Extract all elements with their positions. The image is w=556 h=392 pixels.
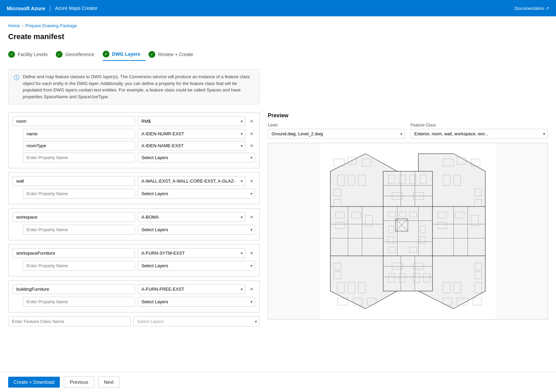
- prop-empty-layers-wrap-wall: Select Layers: [138, 189, 255, 199]
- feature-class-room: RM$ × A-IDEN-NUMR-EXST ×: [8, 113, 260, 168]
- prop-empty-row-room: Select Layers: [13, 153, 255, 163]
- step-review-create-label: Review + Create: [158, 52, 193, 57]
- prop-name-layers-select[interactable]: A-IDEN-NUMR-EXST: [138, 129, 245, 139]
- prop-name-layers-wrap: A-IDEN-NUMR-EXST: [138, 129, 245, 139]
- preview-feature-class-group: Feature Class Exterior, room, wall, work…: [411, 123, 548, 139]
- prop-roomtype-close-btn[interactable]: ×: [248, 142, 255, 150]
- fc-wall-properties: Select Layers: [13, 189, 255, 199]
- feature-class-buildingfurniture: A-FURN-FREE-EXST × Select Layers: [8, 280, 260, 312]
- prop-empty-name-input-workspace[interactable]: [23, 225, 135, 235]
- brand-name: Microsoft Azure: [7, 5, 45, 11]
- fc-room-layers-select-wrap: RM$: [138, 116, 245, 126]
- next-button[interactable]: Next: [98, 376, 120, 388]
- preview-level-select[interactable]: Ground.dwg, Level_2.dwg: [268, 129, 405, 139]
- step-dwg-layers[interactable]: ✓ DWG Layers: [103, 48, 146, 61]
- floor-plan-svg: [268, 143, 548, 319]
- fc-workspacefurniture-name-input[interactable]: [13, 248, 135, 258]
- prop-roomtype-layers-select[interactable]: A-IDEN-NAME-EXST: [138, 141, 245, 151]
- breadcrumb-separator: ›: [22, 23, 23, 28]
- prop-empty-layers-select-wf[interactable]: Select Layers: [138, 261, 255, 271]
- fc-workspace-layers-select[interactable]: A-BOMA: [138, 212, 245, 222]
- preview-selects: Level Ground.dwg, Level_2.dwg Feature Cl…: [268, 123, 548, 139]
- fc-workspace-name-input[interactable]: [13, 212, 135, 222]
- preview-feature-class-label: Feature Class: [411, 123, 548, 127]
- fc-buildingfurniture-layers-select[interactable]: A-FURN-FREE-EXST: [138, 284, 245, 294]
- prop-empty-name-input-wf[interactable]: [23, 261, 135, 271]
- prop-empty-layers-select-wall[interactable]: Select Layers: [138, 189, 255, 199]
- prop-empty-layers-select-bf[interactable]: Select Layers: [138, 297, 255, 307]
- fc-workspacefurniture-layers-select[interactable]: A-FURN-SYTM-EXST: [138, 248, 245, 258]
- prop-empty-layers-wrap-room: Select Layers: [138, 153, 255, 163]
- feature-class-wall: A-WALL-EXST, A-WALL-CORE-EXST, A-GLAZ-SI…: [8, 172, 260, 204]
- page-title: Create manifest: [8, 32, 548, 41]
- steps-nav: ✓ Facility Levels ✓ Georeference ✓ DWG L…: [8, 48, 548, 61]
- preview-level-select-wrap: Ground.dwg, Level_2.dwg: [268, 129, 405, 139]
- fc-wall-name-input[interactable]: [13, 176, 135, 186]
- prop-roomtype-input[interactable]: [23, 141, 135, 151]
- fc-room-close-btn[interactable]: ×: [248, 118, 255, 125]
- app-name: Azure Maps Creator: [55, 5, 98, 11]
- prop-empty-row-wall: Select Layers: [13, 189, 255, 199]
- fc-buildingfurniture-close-btn[interactable]: ×: [248, 286, 255, 293]
- fc-buildingfurniture-name-input[interactable]: [13, 284, 135, 294]
- step-review-create-icon: ✓: [149, 51, 155, 58]
- right-panel: Preview Level Ground.dwg, Level_2.dwg Fe…: [268, 113, 548, 330]
- previous-button[interactable]: Previous: [64, 376, 94, 388]
- prop-roomtype-row: A-IDEN-NAME-EXST ×: [13, 141, 255, 151]
- fc-room-header-row: RM$ ×: [13, 116, 255, 126]
- info-icon: ⓘ: [14, 74, 19, 100]
- footer: Create + Download Previous Next: [0, 372, 556, 392]
- step-facility-levels[interactable]: ✓ Facility Levels: [8, 48, 53, 61]
- svg-rect-9: [433, 206, 485, 256]
- fc-room-layers-select[interactable]: RM$: [138, 116, 245, 126]
- prop-empty-layers-wrap-workspace: Select Layers: [138, 225, 255, 235]
- empty-feature-class-layers-select[interactable]: Select Layers: [133, 317, 260, 326]
- prop-empty-name-input-wall[interactable]: [23, 189, 135, 199]
- empty-feature-class-row: Select Layers: [8, 317, 260, 326]
- prop-empty-row-bf: Select Layers: [13, 297, 255, 307]
- step-review-create[interactable]: ✓ Review + Create: [149, 48, 199, 61]
- preview-feature-class-select[interactable]: Exterior, room, wall, workspace, wor...: [411, 129, 548, 139]
- prop-empty-name-input-room[interactable]: [23, 153, 135, 163]
- preview-title: Preview: [268, 113, 548, 119]
- fc-wall-close-btn[interactable]: ×: [248, 177, 255, 185]
- create-download-button[interactable]: Create + Download: [8, 377, 60, 388]
- step-georeference-icon: ✓: [56, 51, 63, 58]
- fc-buildingfurniture-layers-select-wrap: A-FURN-FREE-EXST: [138, 284, 245, 294]
- fc-wall-layers-select[interactable]: A-WALL-EXST, A-WALL-CORE-EXST, A-GLAZ-SI…: [138, 176, 245, 186]
- fc-workspace-layers-select-wrap: A-BOMA: [138, 212, 245, 222]
- prop-empty-layers-wrap-wf: Select Layers: [138, 261, 255, 271]
- header-divider: |: [49, 4, 51, 12]
- fc-workspace-close-btn[interactable]: ×: [248, 214, 255, 221]
- step-dwg-layers-icon: ✓: [103, 51, 109, 57]
- svg-rect-6: [383, 171, 432, 207]
- breadcrumb-home[interactable]: Home: [8, 23, 20, 28]
- prop-name-close-btn[interactable]: ×: [248, 130, 255, 138]
- prop-empty-layers-select-room[interactable]: Select Layers: [138, 153, 255, 163]
- prop-empty-row-wf: Select Layers: [13, 261, 255, 271]
- info-box: ⓘ Define and map feature classes to DWG …: [8, 69, 260, 104]
- fc-room-name-input[interactable]: [13, 116, 135, 126]
- step-facility-levels-icon: ✓: [8, 51, 15, 58]
- fc-workspacefurniture-close-btn[interactable]: ×: [248, 250, 255, 257]
- info-text: Define and map feature classes to DWG la…: [23, 73, 254, 100]
- fc-buildingfurniture-header-row: A-FURN-FREE-EXST ×: [13, 284, 255, 294]
- step-georeference-label: Georeference: [65, 52, 94, 57]
- preview-section: Preview Level Ground.dwg, Level_2.dwg Fe…: [268, 113, 548, 320]
- prop-empty-name-input-bf[interactable]: [23, 297, 135, 307]
- step-facility-levels-label: Facility Levels: [18, 52, 48, 57]
- documentation-link[interactable]: Documentation ↗: [515, 6, 549, 11]
- prop-empty-layers-wrap-bf: Select Layers: [138, 297, 255, 307]
- fc-room-properties: A-IDEN-NUMR-EXST × A-IDEN-NAME-EXST: [13, 129, 255, 163]
- feature-class-workspace: A-BOMA × Select Layers: [8, 208, 260, 240]
- empty-feature-class-name-input[interactable]: [8, 317, 131, 326]
- prop-empty-row-workspace: Select Layers: [13, 225, 255, 235]
- header-left: Microsoft Azure | Azure Maps Creator: [7, 4, 98, 12]
- prop-name-input[interactable]: [23, 129, 135, 139]
- step-georeference[interactable]: ✓ Georeference: [56, 48, 100, 61]
- fc-wall-header-row: A-WALL-EXST, A-WALL-CORE-EXST, A-GLAZ-SI…: [13, 176, 255, 186]
- left-panel: RM$ × A-IDEN-NUMR-EXST ×: [8, 113, 260, 330]
- prop-roomtype-layers-wrap: A-IDEN-NAME-EXST: [138, 141, 245, 151]
- prop-empty-layers-select-workspace[interactable]: Select Layers: [138, 225, 255, 235]
- main-layout: RM$ × A-IDEN-NUMR-EXST ×: [8, 113, 548, 330]
